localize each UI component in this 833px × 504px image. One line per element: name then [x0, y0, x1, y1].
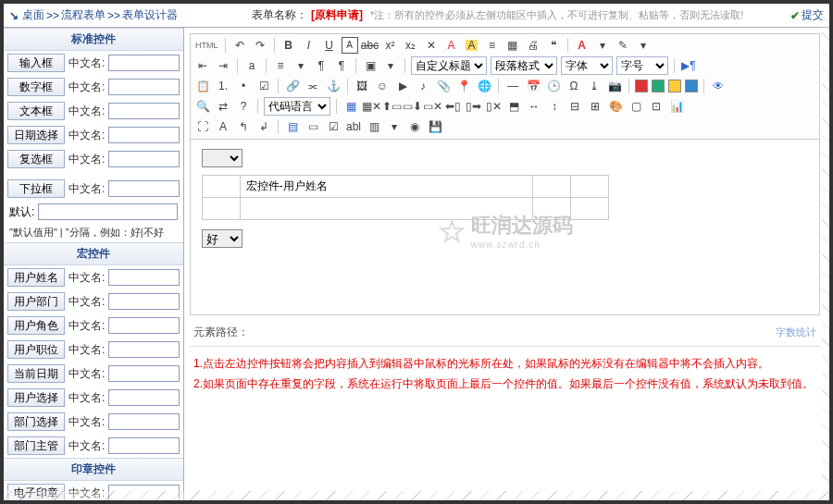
hr-icon[interactable]: — [504, 78, 521, 94]
form-button-icon[interactable]: ▭ [305, 118, 321, 135]
font-family-select[interactable]: 字体 [561, 56, 613, 75]
ctrl-user-select[interactable]: 用户选择 [7, 388, 65, 407]
custom-heading-select[interactable]: 自定义标题 [411, 56, 487, 75]
ctrl-user-title[interactable]: 用户职位 [7, 340, 65, 359]
ltr-icon[interactable]: ¶ [313, 57, 329, 74]
cn-name-input[interactable] [108, 413, 180, 430]
cn-name-input[interactable] [108, 389, 180, 406]
map-icon[interactable]: 📍 [455, 78, 472, 94]
editor-table[interactable]: 宏控件-用户姓名 [202, 175, 609, 220]
code-lang-select[interactable]: 代码语言 [264, 97, 330, 116]
special-char-icon[interactable]: Ω [566, 78, 582, 94]
editor-canvas[interactable]: 宏控件-用户姓名 好 ☆ 旺润达源码 www.szwrd.cn [190, 140, 820, 315]
chevron-down-icon[interactable]: ▾ [382, 57, 399, 74]
cell-bg-icon[interactable]: 🎨 [607, 98, 624, 115]
color-green-swatch[interactable] [652, 80, 665, 92]
merge-cell-icon[interactable]: ⬒ [505, 98, 522, 115]
template-icon[interactable]: ▤ [284, 118, 301, 135]
paragraph-format-select[interactable]: 段落格式 [491, 56, 557, 75]
snapshot-icon[interactable]: 📷 [606, 78, 623, 94]
image-float-icon[interactable]: ▣ [362, 57, 379, 74]
col-del-icon[interactable]: ▯✕ [485, 98, 502, 115]
cell-border-icon[interactable]: ▢ [628, 98, 644, 115]
subscript-icon[interactable]: x₂ [403, 37, 419, 54]
chevron-down-icon[interactable]: ▾ [594, 37, 611, 54]
unordered-list-icon[interactable]: • [235, 78, 252, 94]
chevron-down-icon[interactable]: ▾ [292, 57, 309, 74]
autotype-icon[interactable]: A [215, 118, 231, 135]
time-icon[interactable]: 🕒 [545, 78, 562, 94]
ctrl-user-role[interactable]: 用户角色 [7, 316, 65, 335]
cn-name-input[interactable] [108, 151, 180, 167]
gmap-icon[interactable]: 🌐 [476, 78, 492, 94]
cn-name-input[interactable] [108, 55, 180, 71]
split-cell-icon[interactable]: ⊟ [566, 98, 583, 115]
cn-name-input[interactable] [108, 269, 180, 286]
music-icon[interactable]: ♪ [415, 78, 431, 94]
editor-good-select[interactable]: 好 [202, 229, 242, 248]
ctrl-dept-select[interactable]: 部门选择 [7, 412, 65, 431]
crumb-flowform[interactable]: 流程表单 [61, 7, 106, 23]
cn-name-input[interactable] [108, 317, 180, 334]
fontcolor-icon[interactable]: A [574, 37, 591, 54]
cn-name-input[interactable] [108, 79, 180, 95]
cn-name-input[interactable] [108, 437, 180, 454]
cn-name-input[interactable] [108, 180, 180, 197]
cn-name-input[interactable] [108, 365, 180, 382]
ctrl-user-name[interactable]: 用户姓名 [7, 268, 65, 287]
print-icon[interactable]: 🖨 [525, 37, 541, 54]
clear-format-icon[interactable]: ✕ [423, 37, 440, 54]
submit-button[interactable]: ✔ 提交 [790, 7, 824, 23]
outdent-icon[interactable]: ⇤ [194, 57, 211, 74]
fullscreen-icon[interactable]: ⛶ [194, 118, 211, 135]
crumb-desktop[interactable]: 桌面 [22, 7, 44, 23]
undo-icon[interactable]: ↶ [231, 37, 248, 54]
video-icon[interactable]: ▶ [394, 78, 411, 94]
row-after-icon[interactable]: ▭⬇ [404, 98, 420, 115]
cn-name-input[interactable] [108, 341, 180, 358]
align-left-icon[interactable]: ≡ [272, 57, 289, 74]
font-border-icon[interactable]: A [342, 37, 358, 54]
form-check-icon[interactable]: ☑ [325, 118, 342, 135]
ctrl-input-box[interactable]: 输入框 [7, 54, 65, 72]
preview-icon[interactable]: 👁 [710, 78, 727, 94]
color-red-swatch[interactable] [635, 80, 648, 92]
default-value-input[interactable] [38, 203, 178, 220]
ctrl-dropdown[interactable]: 下拉框 [7, 179, 65, 198]
strike-icon[interactable]: abc [362, 37, 379, 54]
form-radio-icon[interactable]: ◉ [406, 118, 423, 135]
redo-icon[interactable]: ↷ [252, 37, 268, 54]
unlink-icon[interactable]: ⫘ [305, 78, 321, 94]
par-after-icon[interactable]: ↲ [255, 118, 272, 135]
select-all-icon[interactable]: ▦ [504, 37, 521, 54]
ctrl-current-date[interactable]: 当前日期 [7, 364, 65, 383]
paste-icon[interactable]: 📋 [194, 78, 211, 94]
ctrl-number-box[interactable]: 数字框 [7, 78, 65, 96]
forecolor-icon[interactable]: A [443, 37, 460, 54]
form-select-icon[interactable]: ▾ [386, 118, 403, 135]
ctrl-user-dept[interactable]: 用户部门 [7, 292, 65, 311]
attach-icon[interactable]: 📎 [435, 78, 452, 94]
save-icon[interactable]: 💾 [427, 118, 443, 135]
color-yellow-swatch[interactable] [668, 80, 681, 92]
split-row-icon[interactable]: ⊞ [587, 98, 603, 115]
col-before-icon[interactable]: ⬅▯ [444, 98, 461, 115]
page-break-icon[interactable]: ⤓ [586, 78, 603, 94]
font-size-select[interactable]: 字号 [616, 56, 668, 75]
ordered-list-icon[interactable]: 1. [215, 78, 231, 94]
superscript-icon[interactable]: x² [382, 37, 399, 54]
replace-icon[interactable]: ⇄ [215, 98, 231, 115]
wordcount-link[interactable]: 字数统计 [776, 326, 816, 339]
cn-name-input[interactable] [108, 293, 180, 310]
underline-icon[interactable]: U [321, 37, 338, 54]
help-icon[interactable]: ? [235, 98, 252, 115]
quote-icon[interactable]: ❝ [545, 37, 562, 54]
indent-icon[interactable]: ⇥ [215, 57, 231, 74]
rtl-icon[interactable]: ¶ [333, 57, 350, 74]
row-del-icon[interactable]: ▭✕ [424, 98, 441, 115]
bold-icon[interactable]: B [280, 37, 297, 54]
editor-small-select[interactable] [202, 149, 242, 167]
ctrl-checkbox[interactable]: 复选框 [7, 150, 65, 168]
ctrl-date-picker[interactable]: 日期选择 [7, 126, 65, 144]
insert-list-icon[interactable]: ≡ [484, 37, 501, 54]
